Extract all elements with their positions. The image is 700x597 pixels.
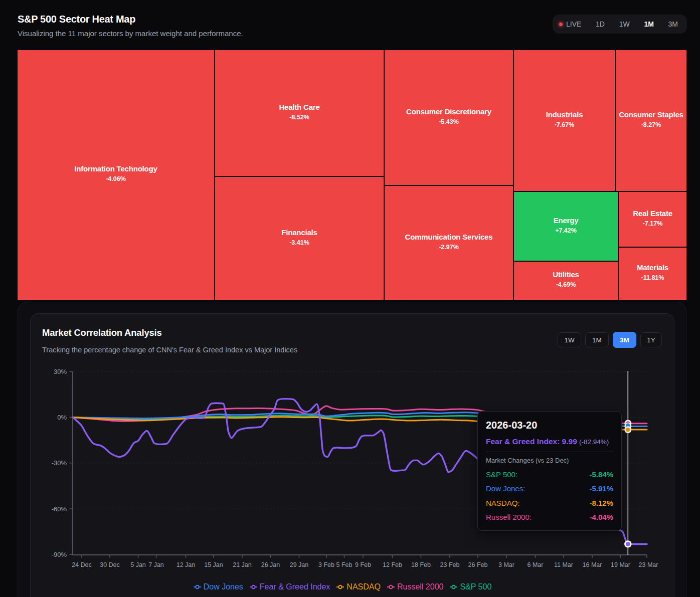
svg-text:5 Jan: 5 Jan xyxy=(130,561,146,568)
svg-text:0%: 0% xyxy=(57,414,67,421)
svg-text:-60%: -60% xyxy=(52,505,67,513)
svg-text:21 Jan: 21 Jan xyxy=(233,561,252,568)
svg-text:26 Feb: 26 Feb xyxy=(468,561,488,568)
svg-text:19 Mar: 19 Mar xyxy=(611,561,630,568)
svg-text:-30%: -30% xyxy=(52,459,67,467)
svg-text:6 Mar: 6 Mar xyxy=(528,561,544,568)
svg-text:12 Feb: 12 Feb xyxy=(383,561,402,568)
svg-text:23 Mar: 23 Mar xyxy=(639,561,658,568)
svg-text:7 Jan: 7 Jan xyxy=(148,561,164,568)
svg-text:23 Feb: 23 Feb xyxy=(440,561,460,568)
svg-text:29 Jan: 29 Jan xyxy=(290,561,309,568)
svg-text:30%: 30% xyxy=(54,368,67,375)
svg-text:11 Mar: 11 Mar xyxy=(554,561,573,568)
svg-text:26 Jan: 26 Jan xyxy=(261,561,280,568)
svg-text:-90%: -90% xyxy=(52,551,67,558)
svg-text:24 Dec: 24 Dec xyxy=(72,561,92,568)
svg-text:30 Dec: 30 Dec xyxy=(100,561,120,568)
svg-text:12 Jan: 12 Jan xyxy=(177,561,196,568)
svg-text:3 Mar: 3 Mar xyxy=(498,561,514,568)
svg-text:15 Jan: 15 Jan xyxy=(204,561,223,568)
svg-text:18 Feb: 18 Feb xyxy=(411,561,431,568)
svg-text:5 Feb: 5 Feb xyxy=(336,561,353,568)
svg-text:16 Mar: 16 Mar xyxy=(583,561,602,568)
svg-text:3 Feb: 3 Feb xyxy=(318,561,334,568)
svg-text:9 Feb: 9 Feb xyxy=(355,561,371,568)
